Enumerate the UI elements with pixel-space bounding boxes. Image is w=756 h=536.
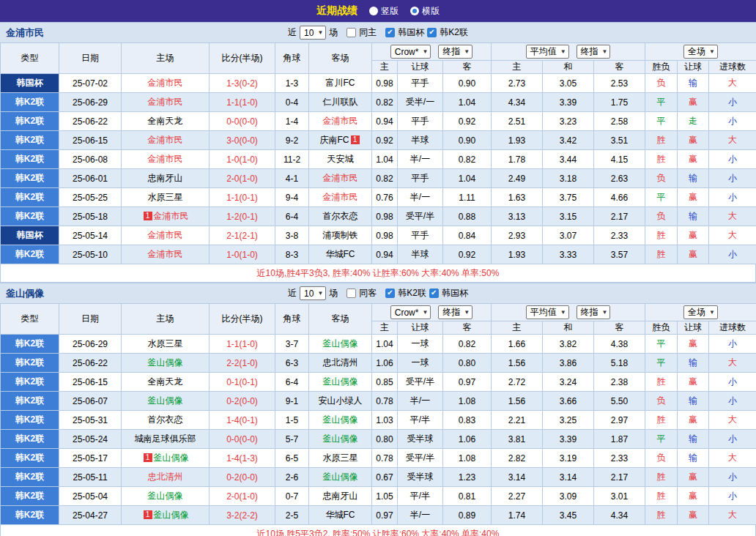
team-name: 釜山偶像 <box>323 376 358 387</box>
date-cell: 25-06-07 <box>59 392 122 411</box>
radio-icon[interactable] <box>369 7 378 15</box>
bookmaker-odds-group: Crow*▼ 终指▼ <box>372 43 492 61</box>
corners-cell: 1-4 <box>275 112 309 131</box>
result-goals-cell: 大 <box>709 207 756 226</box>
col-header-odds-away: 客 <box>443 321 492 335</box>
result-handicap-cell: 赢 <box>678 93 709 112</box>
home-team-cell: 1釜山偶像 <box>122 506 210 525</box>
odds-away-cell: 0.84 <box>443 226 492 245</box>
full-match-select[interactable]: 全场▼ <box>683 305 718 319</box>
date-cell: 25-06-15 <box>59 131 122 150</box>
col-header-avg-home: 主 <box>492 321 543 335</box>
odds-home-cell: 1.04 <box>372 150 398 169</box>
col-header-result-goals: 进球数 <box>709 321 756 335</box>
average-stage-select[interactable]: 终指▼ <box>577 45 611 59</box>
col-header-away: 客场 <box>309 43 372 74</box>
average-select[interactable]: 平均值▼ <box>526 45 569 59</box>
recent-count-select[interactable]: 10 ▼ <box>300 286 326 300</box>
odds-handicap-cell: 半球 <box>398 131 443 150</box>
chevron-down-icon: ▼ <box>602 48 608 55</box>
avg-home-cell: 1.93 <box>492 245 543 264</box>
avg-draw-cell: 3.23 <box>543 112 594 131</box>
full-match-select[interactable]: 全场▼ <box>683 45 718 59</box>
corners-cell: 9-2 <box>275 131 309 150</box>
avg-home-cell: 1.66 <box>492 335 543 354</box>
league-type-cell: 韩K2联 <box>1 468 59 487</box>
same-venue-checkbox[interactable] <box>346 28 356 37</box>
league-type-cell: 韩K2联 <box>1 188 59 207</box>
away-team-cell: 华城FC <box>309 245 372 264</box>
away-team-cell: 金浦市民 <box>309 188 372 207</box>
avg-home-cell: 2.82 <box>492 449 543 468</box>
team-name: 金浦市民 <box>148 78 183 88</box>
team-name: 金浦市民 <box>148 154 183 164</box>
team-name: 金浦市民 <box>323 116 358 126</box>
radio-selected-icon[interactable] <box>410 7 419 15</box>
away-team-cell: 仁川联队 <box>309 93 372 112</box>
score-cell: 3-0(0-0) <box>210 131 275 150</box>
result-handicap-cell: 输 <box>678 74 709 93</box>
league-type-cell: 韩国杯 <box>1 74 59 93</box>
odds-handicap-cell: 受半/一 <box>398 93 443 112</box>
col-header-type: 类型 <box>1 304 59 335</box>
odds-stage-select[interactable]: 终指▼ <box>438 305 472 319</box>
col-header-home: 主场 <box>122 43 210 74</box>
odds-handicap-cell: 半/一 <box>398 150 443 169</box>
score-cell: 2-1(2-1) <box>210 226 275 245</box>
avg-away-cell: 2.63 <box>594 169 645 188</box>
league-type-cell: 韩K2联 <box>1 131 59 150</box>
team-name: 釜山偶像 <box>148 491 183 501</box>
odds-away-cell: 0.88 <box>443 207 492 226</box>
league-checkbox-cup[interactable] <box>429 289 439 298</box>
result-handicap-cell: 赢 <box>678 226 709 245</box>
odds-handicap-cell: 一球 <box>398 335 443 354</box>
recent-results-table-home: 类型 日期 主场 比分(半场) 角球 客场 Crow*▼ 终指▼ 平均值▼ 终指… <box>0 42 756 264</box>
average-stage-select[interactable]: 终指▼ <box>577 305 611 319</box>
topbar: 近期战绩 竖版 横版 <box>0 0 756 22</box>
league-checkbox-k2[interactable] <box>427 28 437 37</box>
home-team-cell: 全南天龙 <box>122 373 210 392</box>
league-checkbox-cup[interactable] <box>385 28 395 37</box>
layout-radio-vertical[interactable]: 竖版 <box>369 5 399 18</box>
league-type-cell: 韩K2联 <box>1 487 59 506</box>
bookmaker-select[interactable]: Crow*▼ <box>390 45 431 59</box>
odds-away-cell: 0.83 <box>443 411 492 430</box>
team-name: 金浦市民 <box>323 192 358 202</box>
league-checkbox-label: 韩K2联 <box>440 26 468 39</box>
col-header-result-wdl: 胜负 <box>645 321 678 335</box>
bookmaker-select-value: Crow* <box>395 308 419 318</box>
result-wdl-cell: 平 <box>645 335 678 354</box>
average-select[interactable]: 平均值▼ <box>526 305 569 319</box>
chevron-down-icon: ▼ <box>464 48 470 55</box>
recent-count-select[interactable]: 10 ▼ <box>300 26 326 40</box>
layout-radio-horizontal[interactable]: 横版 <box>410 5 440 18</box>
odds-home-cell: 1.04 <box>372 335 398 354</box>
col-header-avg-draw: 和 <box>543 321 594 335</box>
odds-home-cell: 0.94 <box>372 112 398 131</box>
odds-away-cell: 1.11 <box>443 188 492 207</box>
result-wdl-cell: 胜 <box>645 131 678 150</box>
corners-cell: 1-5 <box>275 411 309 430</box>
league-type-cell: 韩K2联 <box>1 207 59 226</box>
avg-home-cell: 2.72 <box>492 373 543 392</box>
date-cell: 25-06-01 <box>59 169 122 188</box>
chevron-down-icon: ▼ <box>709 48 715 55</box>
odds-stage-select[interactable]: 终指▼ <box>438 45 472 59</box>
avg-draw-cell: 3.24 <box>543 373 594 392</box>
games-label: 场 <box>329 287 338 299</box>
result-handicap-cell: 赢 <box>678 411 709 430</box>
avg-home-cell: 1.56 <box>492 354 543 373</box>
date-cell: 25-05-04 <box>59 487 122 506</box>
date-cell: 25-05-25 <box>59 188 122 207</box>
avg-home-cell: 2.73 <box>492 74 543 93</box>
bookmaker-select[interactable]: Crow*▼ <box>390 305 431 319</box>
odds-handicap-cell: 受半球 <box>398 468 443 487</box>
result-goals-cell: 小 <box>709 245 756 264</box>
avg-home-cell: 2.27 <box>492 487 543 506</box>
league-checkbox-k2[interactable] <box>385 289 395 298</box>
home-team-cell: 城南足球俱乐部 <box>122 430 210 449</box>
score-cell: 0-2(0-0) <box>210 392 275 411</box>
col-header-corners: 角球 <box>275 43 309 74</box>
same-venue-checkbox[interactable] <box>346 289 356 298</box>
odds-away-cell: 1.08 <box>443 392 492 411</box>
